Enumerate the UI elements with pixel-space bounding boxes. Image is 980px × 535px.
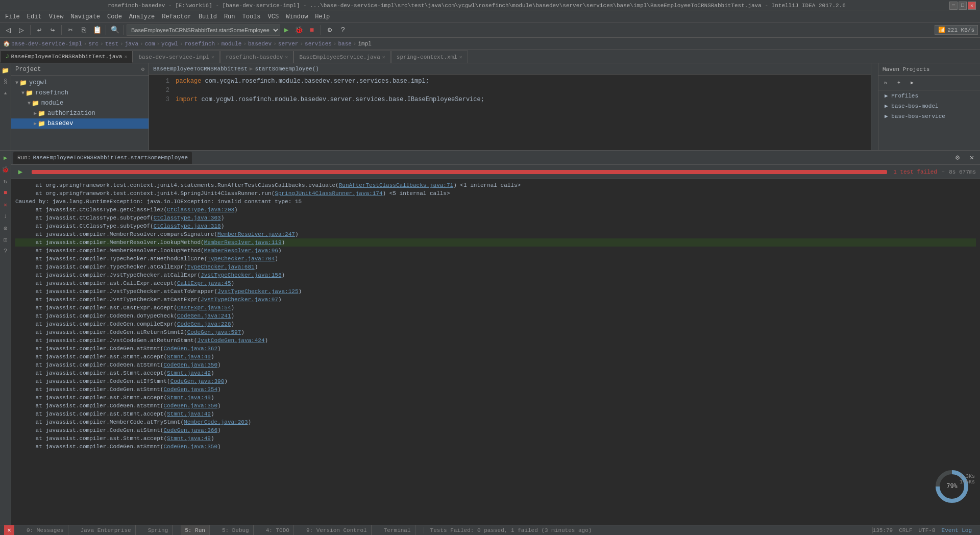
tab-close-rabbit[interactable]: ✕ [124, 54, 127, 60]
link-ctct303[interactable]: CtClassType.java:303 [154, 215, 221, 221]
settings-btn[interactable]: ⚙ [324, 24, 336, 36]
link-sjcr[interactable]: SpringJUnit4ClassRunner.java:174 [275, 190, 382, 197]
close-btn[interactable]: ✕ [968, 2, 976, 10]
bc-basedev2[interactable]: basedev [248, 41, 272, 47]
console-output[interactable]: at org.springframework.test.context.juni… [11, 179, 980, 525]
link-s49c[interactable]: Stmnt.java:49 [167, 395, 211, 401]
link-caste54[interactable]: CastExpr.java:54 [177, 305, 231, 311]
run-close-btn[interactable]: ✕ [1, 200, 11, 210]
link-s49d[interactable]: Stmnt.java:49 [167, 411, 211, 417]
run-green-btn[interactable]: ▶ [281, 25, 291, 35]
maven-bos-model[interactable]: ▶ base-bos-model [878, 101, 980, 111]
tab-close-spring[interactable]: ✕ [459, 54, 462, 60]
menu-item-navigate[interactable]: Navigate [67, 12, 103, 21]
tab-close-impl[interactable]: ✕ [211, 54, 214, 60]
tab-rabbit-test[interactable]: J BaseEmployeeToCRNSRabbitTest.java ✕ [0, 51, 133, 63]
link-cg350[interactable]: CodeGen.java:350 [163, 362, 217, 368]
menu-item-run[interactable]: Run [221, 12, 238, 21]
tab-employee-service[interactable]: BaseEmployeeService.java ✕ [293, 51, 390, 63]
code-method-name[interactable]: startSomeEmployee() [255, 66, 318, 72]
tree-item-basedev[interactable]: ▶ 📁 basedev [11, 118, 149, 129]
run-settings-btn[interactable]: ⚙ [1, 223, 11, 233]
debug-btn[interactable]: 🐞 [292, 24, 305, 36]
status-tab-java-enterprise[interactable]: Java Enterprise [77, 525, 136, 536]
find-btn[interactable]: 🔍 [109, 24, 121, 36]
run-debug-small-btn[interactable]: 🐞 [1, 164, 11, 175]
link-jtc125[interactable]: JvstTypeChecker.java:125 [217, 288, 298, 295]
status-tab-run[interactable]: 5: Run [181, 525, 210, 536]
run-stop-btn[interactable]: ■ [1, 188, 11, 198]
link-ctct318[interactable]: CtClassType.java:318 [154, 223, 221, 229]
link-cg350b[interactable]: CodeGen.java:350 [163, 403, 217, 409]
tab-rosefinch[interactable]: rosefinch-basedev ✕ [220, 51, 293, 63]
menu-item-refactor[interactable]: Refactor [159, 12, 194, 21]
run-scroll-btn[interactable]: ↓ [1, 211, 11, 222]
status-tab-messages[interactable]: 0: Messages [22, 525, 68, 536]
link-cg362[interactable]: CodeGen.java:362 [163, 346, 217, 352]
menu-item-edit[interactable]: Edit [24, 12, 45, 21]
redo-btn[interactable]: ↪ [46, 24, 59, 36]
run-expand-btn[interactable]: ? [1, 247, 11, 257]
link-mc203[interactable]: MemberCode.java:203 [184, 419, 248, 425]
status-tab-todo[interactable]: 4: TODO [262, 525, 294, 536]
maven-refresh-btn[interactable]: ↻ [879, 77, 892, 89]
paste-btn[interactable]: 📋 [91, 24, 103, 36]
link-ratatc[interactable]: RunAfterTestClassCallbacks.java:71 [339, 182, 453, 188]
status-tab-spring[interactable]: Spring [144, 525, 173, 536]
maven-profiles[interactable]: ▶ Profiles [878, 90, 980, 101]
link-cg228[interactable]: CodeGen.java:228 [177, 321, 231, 327]
maven-run-btn[interactable]: ▶ [906, 77, 918, 89]
bc-basedev[interactable]: base-dev-service-impl [11, 41, 82, 47]
bc-test[interactable]: test [105, 41, 118, 47]
link-s49e[interactable]: Stmnt.java:49 [167, 435, 211, 442]
menu-item-code[interactable]: Code [104, 12, 125, 21]
link-mr247[interactable]: MemberResolver.java:247 [217, 231, 295, 237]
tab-close-rosefinch[interactable]: ✕ [285, 54, 288, 60]
structure-icon-btn[interactable]: § [1, 77, 11, 87]
tree-item-module[interactable]: ▼ 📁 module [11, 98, 149, 108]
menu-item-file[interactable]: File [2, 12, 23, 21]
link-cg241[interactable]: CodeGen.java:241 [177, 313, 231, 319]
maven-add-btn[interactable]: + [893, 77, 905, 89]
tree-item-ycgwl[interactable]: ▼ 📁 ycgwl [11, 78, 149, 88]
link-cg366[interactable]: CodeGen.java:366 [163, 427, 217, 433]
event-log-btn[interactable]: Event Log [942, 527, 972, 533]
fav-icon-btn[interactable]: ★ [1, 88, 11, 98]
link-jtc97[interactable]: JvstTypeChecker.java:97 [201, 297, 278, 303]
code-content[interactable]: 1 package com.ycgwl.rosefinch.module.bas… [149, 75, 871, 150]
link-mr119[interactable]: MemberResolver.java:119 [204, 239, 282, 246]
run-rerun-btn[interactable]: ↻ [1, 176, 11, 186]
maven-bos-service[interactable]: ▶ base-bos-service [878, 111, 980, 121]
undo-btn[interactable]: ↩ [33, 24, 45, 36]
cut-btn[interactable]: ✂ [64, 24, 77, 36]
link-tc681[interactable]: TypeChecker.java:681 [187, 264, 255, 270]
link-ce45[interactable]: CallExpr.java:45 [177, 280, 231, 286]
bc-services[interactable]: services [305, 41, 332, 47]
bc-impl[interactable]: impl [358, 41, 371, 47]
link-mr96[interactable]: MemberResolver.java:96 [204, 248, 278, 254]
menu-item-view[interactable]: View [46, 12, 67, 21]
run-header-settings[interactable]: ⚙ [951, 152, 964, 164]
bc-rosefinch[interactable]: rosefinch [185, 41, 215, 47]
back-btn[interactable]: ◁ [2, 24, 14, 36]
run-filter-btn[interactable]: ⊡ [1, 235, 11, 245]
bc-com[interactable]: com [145, 41, 155, 47]
link-cg354[interactable]: CodeGen.java:354 [163, 386, 217, 393]
link-cg597[interactable]: CodeGen.java:597 [187, 329, 241, 335]
bc-server[interactable]: server [278, 41, 299, 47]
minimize-btn[interactable]: ─ [949, 2, 958, 10]
copy-btn[interactable]: ⎘ [78, 24, 90, 36]
tree-item-authorization[interactable]: ▶ 📁 authorization [11, 108, 149, 118]
link-s49b[interactable]: Stmnt.java:49 [167, 370, 211, 376]
help-btn[interactable]: ? [337, 24, 349, 36]
run-header-close[interactable]: ✕ [966, 152, 978, 164]
menu-item-tools[interactable]: Tools [239, 12, 264, 21]
link-cg350c[interactable]: CodeGen.java:350 [163, 444, 217, 450]
tab-service-impl[interactable]: base-dev-service-impl ✕ [133, 51, 220, 63]
status-tab-debug[interactable]: 5: Debug [218, 525, 254, 536]
menu-item-help[interactable]: Help [312, 12, 333, 21]
link-s49a[interactable]: Stmnt.java:49 [167, 354, 211, 360]
tab-close-emp[interactable]: ✕ [382, 54, 385, 60]
link-ctct203[interactable]: CtClassType.java:203 [167, 207, 234, 213]
bc-ycgwl[interactable]: ycgwl [161, 41, 178, 47]
